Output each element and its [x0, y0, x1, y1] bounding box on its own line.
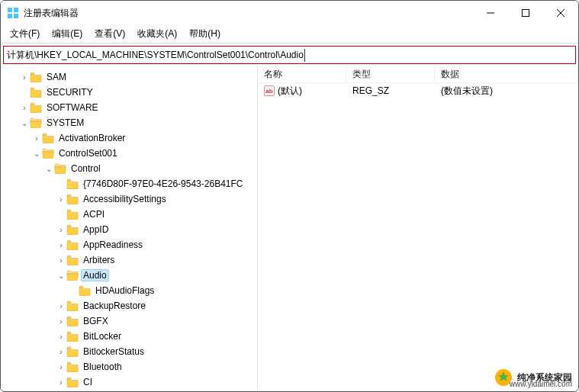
chevron-right-icon[interactable]: ›	[19, 73, 30, 82]
folder-icon	[42, 133, 54, 143]
folder-icon	[66, 361, 79, 372]
folder-icon	[66, 239, 79, 250]
watermark-url: www.yidaimei.com	[510, 380, 572, 388]
cell-type: REG_SZ	[346, 85, 435, 96]
tree-item-system[interactable]: ⌄SYSTEM	[1, 115, 257, 130]
folder-icon	[66, 316, 79, 326]
folder-icon	[66, 224, 79, 235]
cell-name: ab (默认)	[258, 85, 346, 98]
address-path: 计算机\HKEY_LOCAL_MACHINE\SYSTEM\ControlSet…	[7, 49, 305, 62]
chevron-down-icon[interactable]: ⌄	[56, 272, 66, 280]
tree-item-accessibility[interactable]: ›AccessibilitySettings	[1, 191, 257, 207]
chevron-right-icon[interactable]: ›	[56, 302, 66, 310]
menu-edit[interactable]: 编辑(E)	[47, 26, 87, 42]
folder-open-icon	[42, 148, 54, 159]
tree-item-sam[interactable]: ›SAM	[1, 69, 257, 85]
tree-item-appreadiness[interactable]: ›AppReadiness	[1, 237, 257, 252]
tree-item-acpi[interactable]: ACPI	[1, 207, 257, 222]
chevron-right-icon[interactable]: ›	[19, 104, 30, 112]
menu-help[interactable]: 帮助(H)	[185, 26, 225, 42]
svg-rect-1	[14, 8, 18, 12]
address-bar[interactable]: 计算机\HKEY_LOCAL_MACHINE\SYSTEM\ControlSet…	[3, 46, 576, 64]
tree-item-hdaudioflags[interactable]: HDAudioFlags	[1, 283, 257, 298]
svg-rect-3	[14, 14, 18, 18]
chevron-right-icon[interactable]: ›	[56, 256, 66, 265]
tree-item-bitlockerstatus[interactable]: ›BitlockerStatus	[1, 344, 257, 359]
tree-item-bluetooth[interactable]: ›Bluetooth	[1, 359, 257, 374]
folder-icon	[66, 178, 79, 189]
list-header: 名称 类型 数据	[258, 66, 578, 83]
menu-view[interactable]: 查看(V)	[90, 26, 130, 42]
col-data[interactable]: 数据	[435, 66, 578, 82]
tree-item-guid[interactable]: {7746D80F-97E0-4E26-9543-26B41FC	[1, 176, 257, 191]
folder-icon	[30, 87, 42, 98]
chevron-right-icon[interactable]: ›	[56, 226, 66, 234]
folder-open-icon	[30, 117, 42, 128]
menu-file[interactable]: 文件(F)	[5, 26, 44, 42]
tree-item-backuprestore[interactable]: ›BackupRestore	[1, 298, 257, 313]
folder-icon	[66, 255, 79, 265]
close-button[interactable]	[543, 1, 578, 25]
chevron-down-icon[interactable]: ⌄	[43, 165, 54, 173]
folder-icon	[66, 346, 79, 357]
tree-item-bgfx[interactable]: ›BGFX	[1, 313, 257, 329]
chevron-right-icon[interactable]: ›	[56, 195, 66, 204]
menu-bar: 文件(F) 编辑(E) 查看(V) 收藏夹(A) 帮助(H)	[1, 25, 578, 43]
menu-favorites[interactable]: 收藏夹(A)	[133, 26, 182, 42]
list-row[interactable]: ab (默认) REG_SZ (数值未设置)	[258, 83, 578, 98]
tree-item-audio[interactable]: ⌄Audio	[1, 268, 257, 283]
maximize-button[interactable]	[508, 1, 543, 25]
values-pane[interactable]: 名称 类型 数据 ab (默认) REG_SZ (数值未设置)	[258, 66, 578, 390]
svg-rect-2	[8, 14, 12, 18]
col-name[interactable]: 名称	[258, 66, 346, 82]
chevron-right-icon[interactable]: ›	[31, 134, 42, 143]
tree-item-ci[interactable]: ›CI	[1, 374, 257, 390]
title-bar: 注册表编辑器	[1, 1, 578, 25]
tree-item-arbiters[interactable]: ›Arbiters	[1, 252, 257, 268]
chevron-right-icon[interactable]: ›	[56, 378, 66, 387]
tree-item-bitlocker[interactable]: ›BitLocker	[1, 329, 257, 344]
content-area: ›SAM SECURITY ›SOFTWARE ⌄SYSTEM ›Activat…	[1, 66, 578, 390]
folder-icon	[30, 72, 42, 82]
tree-pane[interactable]: ›SAM SECURITY ›SOFTWARE ⌄SYSTEM ›Activat…	[1, 66, 258, 390]
watermark: 纯净系统家园 www.yidaimei.com	[494, 368, 572, 387]
tree-item-control[interactable]: ⌄Control	[1, 161, 257, 176]
tree-item-activationbroker[interactable]: ›ActivationBroker	[1, 130, 257, 146]
folder-icon	[30, 102, 42, 113]
chevron-right-icon[interactable]: ›	[56, 333, 66, 341]
svg-rect-0	[8, 8, 12, 12]
folder-icon	[66, 194, 79, 204]
tree-item-software[interactable]: ›SOFTWARE	[1, 100, 257, 115]
folder-icon	[66, 331, 79, 342]
col-type[interactable]: 类型	[346, 66, 435, 82]
svg-rect-5	[523, 10, 529, 17]
folder-icon	[66, 300, 79, 311]
folder-icon	[66, 377, 79, 387]
chevron-down-icon[interactable]: ⌄	[19, 119, 30, 127]
folder-open-icon	[66, 270, 79, 281]
chevron-right-icon[interactable]: ›	[56, 348, 66, 356]
chevron-right-icon[interactable]: ›	[56, 317, 66, 326]
folder-icon	[79, 285, 91, 296]
window-title: 注册表编辑器	[24, 7, 473, 20]
window-controls	[473, 1, 578, 25]
app-icon	[7, 7, 19, 19]
tree-item-appid[interactable]: ›AppID	[1, 222, 257, 237]
chevron-down-icon[interactable]: ⌄	[31, 149, 42, 158]
folder-icon	[66, 209, 79, 220]
chevron-right-icon[interactable]: ›	[56, 363, 66, 371]
string-value-icon: ab	[264, 85, 275, 96]
value-name: (默认)	[278, 85, 302, 98]
tree-item-security[interactable]: SECURITY	[1, 85, 257, 100]
chevron-right-icon[interactable]: ›	[56, 241, 66, 249]
folder-open-icon	[54, 163, 66, 174]
cell-data: (数值未设置)	[435, 85, 578, 98]
minimize-button[interactable]	[473, 1, 508, 25]
tree-item-controlset001[interactable]: ⌄ControlSet001	[1, 146, 257, 161]
